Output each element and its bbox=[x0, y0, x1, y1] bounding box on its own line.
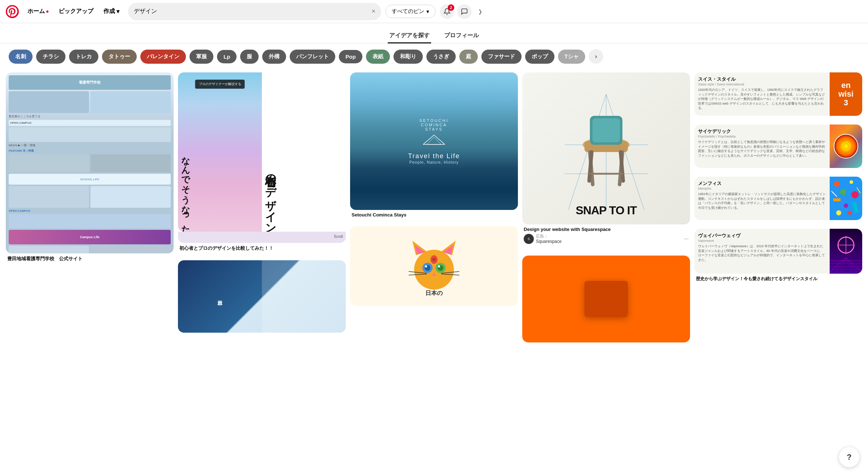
category-pill-lp[interactable]: Lp bbox=[217, 50, 237, 63]
svg-point-41 bbox=[844, 203, 848, 208]
category-pill-toreca[interactable]: トレカ bbox=[69, 50, 98, 64]
nav-pickup[interactable]: ピックアップ bbox=[54, 5, 98, 18]
col5-bottom-title: 歴史から学ぶデザイン！今も愛され続けてるデザインスタイル bbox=[694, 276, 862, 282]
category-pill-chirashi[interactable]: チラシ bbox=[36, 50, 65, 64]
category-pills: 名刺チラシトレカタトゥーバレンタイン軍服Lp服外構パンフレットPop表紙和彫りう… bbox=[0, 43, 868, 69]
svg-line-52 bbox=[835, 258, 846, 272]
svg-line-53 bbox=[846, 258, 857, 272]
pin-travel[interactable]: SETOUCHI COMINCA STAYS Travel the Life P… bbox=[350, 72, 518, 218]
pin-swiss[interactable]: スイス・スタイル Swiss style / Swiss Internation… bbox=[694, 72, 862, 116]
svg-rect-30 bbox=[592, 118, 620, 142]
pin-design-title: 初心者とプロのデザインを比較してみた！！ bbox=[178, 245, 346, 252]
pin-chair[interactable]: SNAP TO IT Design your website with Squa… bbox=[522, 72, 690, 247]
category-pill-hyoshi[interactable]: 表紙 bbox=[366, 50, 390, 64]
svg-line-51 bbox=[846, 258, 862, 272]
main-nav: ホーム ピックアップ 作成 ▾ bbox=[23, 5, 124, 18]
vaporwave-label-en: Vaporwave bbox=[698, 239, 826, 243]
category-pill-poppu[interactable]: ポップ bbox=[525, 50, 554, 64]
pin-cat[interactable]: 日本の bbox=[350, 226, 518, 306]
memphis-title: メンフィス bbox=[698, 180, 826, 187]
category-pill-tattoo[interactable]: タトゥー bbox=[102, 50, 137, 64]
tab-ideas[interactable]: アイデアを探す bbox=[388, 29, 431, 43]
more-options-button[interactable]: ··· bbox=[684, 236, 689, 242]
psychedelic-desc: サイケデリックとは、以前として無意識の状態が明確になるような状態へと誘う素材やイ… bbox=[698, 140, 826, 158]
nav-create[interactable]: 作成 ▾ bbox=[99, 5, 124, 18]
category-pill-usagi[interactable]: うさぎ bbox=[426, 50, 456, 64]
squarespace-avatar: S bbox=[524, 234, 534, 244]
notification-button[interactable]: 2 bbox=[440, 4, 454, 19]
collapse-button[interactable]: ❯ bbox=[475, 6, 486, 17]
nav-create-chevron-icon: ▾ bbox=[116, 8, 119, 15]
category-pill-valentine[interactable]: バレンタイン bbox=[140, 50, 186, 64]
category-pill-wabori[interactable]: 和彫り bbox=[393, 50, 423, 64]
pin-psychedelic[interactable]: サイケデリック Psychedelic / Psychedelia サイケデリッ… bbox=[694, 125, 862, 168]
column-4: SNAP TO IT Design your website with Squa… bbox=[522, 72, 690, 347]
category-pill-pamphlet[interactable]: パンフレット bbox=[290, 50, 335, 64]
pin-grid: 看護専門学校 着言葉のこころを育てる OPEN CAMPUS NEWS ▶ 一番… bbox=[0, 69, 868, 350]
pin-vaporwave[interactable]: ヴェイパーウェィヴ Vaporwave ヴェイパーウェィヴ（Vaporwave）… bbox=[694, 229, 862, 282]
category-pill-meishi[interactable]: 名刺 bbox=[9, 50, 33, 64]
svg-point-43 bbox=[836, 210, 841, 215]
snap-text: SNAP TO IT bbox=[522, 204, 690, 217]
svg-line-50 bbox=[830, 258, 846, 272]
header: ホーム ピックアップ 作成 ▾ × すべてのピン ▾ 2 bbox=[0, 0, 868, 23]
search-input[interactable] bbox=[134, 8, 371, 15]
swiss-title: スイス・スタイル bbox=[698, 76, 826, 83]
memphis-desc: 1981年にイタリアの建築家エットレ・ソットサスが提唱した高度に装飾化したデザイ… bbox=[698, 192, 826, 210]
svg-rect-42 bbox=[852, 202, 859, 213]
svg-point-36 bbox=[834, 181, 840, 187]
category-pill-facade[interactable]: ファサード bbox=[481, 50, 522, 64]
search-filter-label: すべてのピン bbox=[392, 8, 424, 15]
svg-line-55 bbox=[846, 258, 851, 272]
svg-line-54 bbox=[841, 258, 846, 272]
category-pill-military[interactable]: 軍服 bbox=[190, 50, 213, 64]
pin-chair-title: Design your website with Squarespace bbox=[522, 227, 690, 232]
header-right: 2 ❯ bbox=[440, 4, 486, 19]
pinterest-logo[interactable] bbox=[6, 5, 19, 18]
svg-point-37 bbox=[850, 180, 853, 184]
pin-chair-meta: S 広告： Squarespace ··· bbox=[522, 232, 690, 247]
svg-marker-1 bbox=[423, 135, 445, 144]
pin-school-website[interactable]: 看護専門学校 着言葉のこころを育てる OPEN CAMPUS NEWS ▶ 一番… bbox=[6, 72, 174, 262]
tabs: アイデアを探す プロフィール bbox=[0, 23, 868, 43]
pin-ad-label: 広告： bbox=[536, 233, 562, 239]
svg-marker-2 bbox=[427, 137, 441, 144]
filter-chevron-icon: ▾ bbox=[426, 8, 429, 15]
pin-orange-box[interactable] bbox=[522, 256, 690, 342]
memphis-label-en: Memphis bbox=[698, 187, 826, 190]
search-bar: × bbox=[128, 3, 381, 20]
nav-home-label: ホーム bbox=[27, 8, 45, 15]
svg-text:日本の: 日本の bbox=[425, 290, 443, 296]
category-pill-pop[interactable]: Pop bbox=[339, 50, 362, 63]
pin-author: Squarespace bbox=[536, 239, 562, 244]
pin-design-compare[interactable]: プロのデザイナーが解説する なんでそうなった 初心者のデザイン Scroll 初… bbox=[178, 72, 346, 252]
category-pill-tshirt[interactable]: Tシャ bbox=[558, 50, 585, 64]
svg-point-39 bbox=[851, 191, 859, 198]
vaporwave-desc: ヴェイパーウェィヴ（Vaporwave）は、2010 年代前半にインターネット上… bbox=[698, 244, 826, 262]
tab-profile[interactable]: プロフィール bbox=[443, 29, 480, 43]
psychedelic-label-en: Psychedelic / Psychedelia bbox=[698, 135, 826, 138]
chat-button[interactable] bbox=[457, 4, 472, 19]
psychedelic-title: サイケデリック bbox=[698, 128, 826, 135]
nav-home[interactable]: ホーム bbox=[23, 5, 53, 18]
search-filter-button[interactable]: すべてのピン ▾ bbox=[386, 5, 435, 18]
svg-rect-44 bbox=[847, 210, 852, 215]
column-3: SETOUCHI COMINCA STAYS Travel the Life P… bbox=[350, 72, 518, 347]
nav-pickup-label: ピックアップ bbox=[59, 8, 93, 15]
svg-point-13 bbox=[438, 265, 440, 268]
column-2: プロのデザイナーが解説する なんでそうなった 初心者のデザイン Scroll 初… bbox=[178, 72, 346, 347]
swiss-label-en: Swiss style / Swiss International bbox=[698, 83, 826, 86]
category-pill-niwa[interactable]: 庭 bbox=[459, 50, 478, 64]
category-pill-clothes[interactable]: 服 bbox=[240, 50, 259, 64]
svg-rect-40 bbox=[833, 198, 841, 201]
pin-memphis[interactable]: メンフィス Memphis 1981年にイタリアの建築家エットレ・ソットサスが提… bbox=[694, 177, 862, 220]
category-pill-gaiko[interactable]: 外構 bbox=[262, 50, 286, 64]
svg-point-10 bbox=[425, 265, 427, 268]
pin-col2-bottom[interactable]: 日本 bbox=[178, 260, 346, 333]
svg-rect-38 bbox=[840, 189, 847, 195]
svg-line-45 bbox=[831, 191, 837, 197]
column-1: 看護専門学校 着言葉のこころを育てる OPEN CAMPUS NEWS ▶ 一番… bbox=[6, 72, 174, 347]
search-clear-icon[interactable]: × bbox=[371, 8, 375, 15]
nav-create-label: 作成 bbox=[103, 8, 115, 15]
categories-next-button[interactable]: › bbox=[589, 49, 603, 64]
